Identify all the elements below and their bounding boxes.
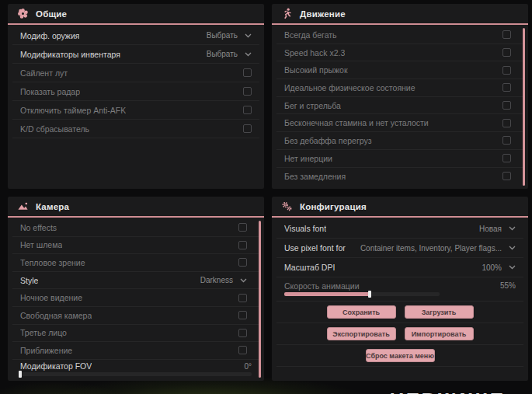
export-button[interactable]: Экспортировать [327,327,396,340]
background-glow [0,382,124,394]
settings-row: Высокий прыжок [276,61,523,79]
settings-row: Без дебаффа перегруз [276,132,523,150]
setting-label: Без замедления [284,172,346,181]
checkbox[interactable] [238,329,247,337]
checkbox[interactable] [502,101,511,110]
checkbox[interactable] [502,48,511,57]
checkbox[interactable] [502,172,511,180]
checkbox[interactable] [243,124,252,133]
setting-label: Нет шлема [20,240,62,249]
settings-row: Всегда бегать [276,26,523,44]
setting-label: Модификатор FOV [20,361,92,371]
settings-row: Свободная камера [12,307,259,325]
config-buttons: СохранитьЗагрузитьЭкспортироватьИмпортир… [276,301,523,367]
dropdown[interactable]: 100% [482,263,516,272]
settings-rows: Всегда бегатьSpeed hack x2.3Высокий прыж… [276,26,523,185]
settings-row: Без замедления [276,168,523,186]
settings-row: Visuals fontНовая [276,219,523,239]
slider-handle[interactable] [368,291,371,298]
dropdown[interactable]: Выбрать [207,31,252,40]
settings-row: Сайлент лут [12,64,259,82]
checkbox[interactable] [238,241,247,249]
import-button[interactable]: Импортировать [405,327,474,340]
panel-title: Конфигурация [300,202,367,211]
save-button[interactable]: Сохранить [327,305,396,319]
panel-general: Общие Модиф. оружияВыбратьМодификаторы и… [8,4,264,189]
checkbox[interactable] [502,83,511,92]
settings-row: Модификатор FOV0° [12,360,259,378]
dropdown[interactable]: Новая [479,225,516,233]
setting-label: Модификаторы инвентаря [20,50,120,59]
checkbox[interactable] [243,68,252,77]
panel-config: Конфигурация Visuals fontНоваяUse pixel … [272,197,528,381]
flower-gear-icon [17,8,29,19]
settings-row: Use pixel font forContainer items, Inven… [276,239,523,258]
settings-row: K/D сбрасыватель [12,120,259,138]
slider-handle[interactable] [19,371,22,378]
settings-row: Отключить таймер Anti-AFK [12,101,259,120]
setting-label: Масштаб DPI [284,263,335,272]
dropdown[interactable]: Выбрать [207,50,252,58]
dropdown[interactable]: Darkness [200,276,247,284]
slider-row-top: Скорость анимации55% [284,281,516,291]
setting-label: Всегда бегать [284,30,337,40]
checkbox[interactable] [502,154,511,162]
settings-row: Показать радар [12,82,259,101]
setting-label: Показать радар [20,87,80,96]
checkbox[interactable] [502,66,511,75]
slider-value: 0° [244,362,252,371]
setting-label: Бесконечная стамина и нет усталости [284,118,429,127]
checkbox[interactable] [502,136,511,145]
dropdown-value: Darkness [200,276,233,284]
settings-row: StyleDarkness [12,272,259,290]
checkbox[interactable] [502,30,511,39]
dropdown[interactable]: Container items, Inventory, Player flags… [360,244,516,253]
slider-fill [284,292,370,296]
panel-camera: Камера No effectsНет шлемаТепловое зрени… [8,197,264,381]
scrollbar[interactable] [259,221,261,378]
setting-label: Use pixel font for [284,243,346,253]
checkbox[interactable] [238,223,247,232]
panel-movement-header: Движение [272,4,528,25]
settings-row: Масштаб DPI100% [276,258,523,277]
checkbox[interactable] [238,294,247,302]
settings-row: Модификаторы инвентаряВыбрать [12,45,259,64]
settings-row: Третье лицо [12,325,259,343]
reset-menu-layout-button[interactable]: Сброс макета меню [366,349,435,362]
runner-icon [281,8,293,19]
setting-label: Тепловое зрение [20,258,85,267]
checkbox[interactable] [243,87,252,96]
setting-label: Скорость анимации [284,281,360,291]
setting-label: Приближение [20,346,72,355]
dropdown-value: Выбрать [207,31,238,40]
load-button[interactable]: Загрузить [405,305,474,319]
settings-row: Бесконечная стамина и нет усталости [276,114,523,132]
setting-label: Style [20,276,38,285]
slider-row-top: Модификатор FOV0° [20,361,252,371]
setting-label: No effects [20,223,57,232]
dropdown-value: Выбрать [207,50,238,58]
settings-row: Модиф. оружияВыбрать [12,26,259,45]
setting-label: Без дебаффа перегруз [284,136,372,145]
setting-label: Speed hack x2.3 [284,48,345,58]
settings-row: Бег и стрельба [276,97,523,115]
checkbox[interactable] [243,106,252,114]
checkbox[interactable] [238,258,247,267]
checkbox[interactable] [502,119,511,127]
checkbox[interactable] [238,311,247,319]
settings-rows: No effectsНет шлемаТепловое зрениеStyleD… [12,219,259,378]
watermark-text: ЧЕРКИШЕ [390,389,505,394]
panel-camera-header: Камера [8,197,264,218]
slider-value: 55% [500,281,516,290]
slider-track[interactable] [284,292,440,296]
settings-row: No effects [12,219,259,237]
settings-rows: Visuals fontНоваяUse pixel font forConta… [276,219,523,299]
slider-track[interactable] [20,372,252,376]
scrollbar[interactable] [523,28,525,186]
panel-title: Движение [300,9,346,19]
checkbox[interactable] [238,346,247,354]
panel-title: Общие [36,9,67,19]
setting-label: Отключить таймер Anti-AFK [20,106,126,115]
settings-row: Нет шлема [12,237,259,255]
setting-label: Высокий прыжок [284,65,348,75]
